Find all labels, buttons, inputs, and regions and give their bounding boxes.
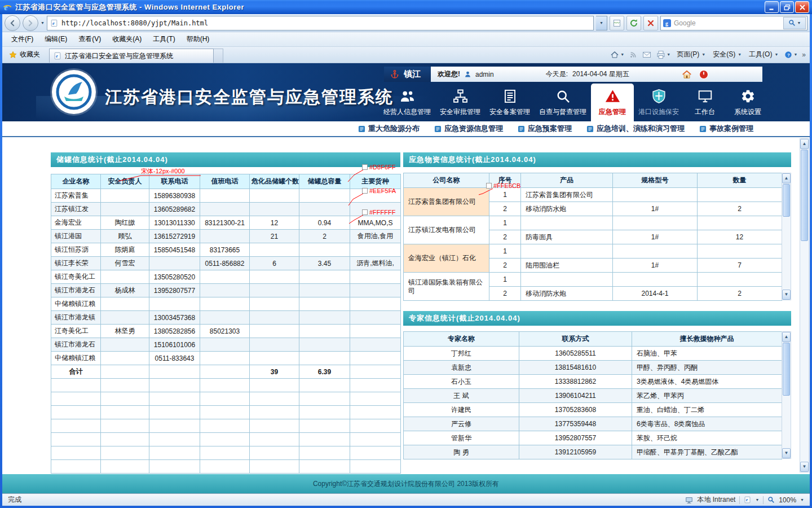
menu-item-2[interactable]: 编辑(E) [39,32,73,46]
command-bar: ▼ ▼ 页面(P)▼ 安全(S)▼ 工具(O)▼ ?▼ » [608,48,807,63]
address-dropdown-button[interactable]: ▼ [596,16,607,30]
nav-item-label: 经营人信息管理 [383,107,431,117]
anchor-icon [390,69,400,80]
nav-item-1[interactable]: 经营人信息管理 [379,84,435,121]
read-mail-button[interactable] [640,49,654,61]
scrollbar-thumb[interactable] [801,150,808,241]
system-title: 江苏省港口安全监管与应急管理系统 [105,86,394,109]
tank-panel: 储罐信息统计(截止2014.04.04) 企业名称安全负责人联系电话值班电话危化… [51,152,400,474]
home-button[interactable]: ▼ [608,49,626,61]
scroll-down-button[interactable]: ▼ [800,462,809,472]
tank-table-row: 镇江恒苏沥陈炳庭1585045154883173665 [51,243,401,257]
nav-item-4[interactable]: 自查与督查管理 [535,84,591,121]
address-field[interactable]: e http://localhost:8080/yjpt/Main.html [47,16,594,30]
subnav-item-1[interactable]: 重大危险源分布 [358,124,420,134]
nav-item-3[interactable]: 安全备案管理 [485,84,535,121]
printer-icon [656,50,665,59]
help-button[interactable]: ?▼ [782,49,800,60]
tank-table-row: 镇江市港龙镇13003457368 [51,311,401,325]
nav-item-2[interactable]: 安全审批管理 [435,84,485,121]
experts-scrollbar[interactable]: ▲ ▼ [782,331,791,459]
search-box[interactable]: g Google ▼ [660,16,807,30]
menu-item-3[interactable]: 查看(V) [73,32,107,46]
new-tab-stub[interactable] [214,49,223,63]
stop-button[interactable] [643,16,658,30]
materials-column-header: 公司名称 [404,173,489,188]
annotation-text: #EEF5FA [369,187,396,194]
compatibility-icon [612,19,621,28]
favorites-button[interactable]: 收藏夹 [5,47,45,63]
nav-item-8[interactable]: 系统设置 [726,84,769,121]
scroll-up-button[interactable]: ▲ [800,139,809,149]
subnav-item-5[interactable]: 事故案例管理 [699,124,753,134]
refresh-button[interactable] [626,16,641,30]
nav-item-7[interactable]: 工作台 [683,84,726,121]
safety-menu-button[interactable]: 安全(S)▼ [709,48,745,61]
minimize-button[interactable] [765,1,779,13]
form-icon [586,125,594,133]
nav-item-5[interactable]: 应急管理 [591,84,634,121]
shield-icon [651,89,667,104]
tools-menu-button[interactable]: 工具(O)▼ [745,48,782,61]
menu-item-5[interactable]: 工具(T) [147,32,180,46]
browser-tab[interactable]: e 江苏省港口安全监管与应急管理系统 [49,49,214,63]
subnav-item-2[interactable]: 应急资源信息管理 [434,124,503,134]
page-favicon-icon: e [50,19,58,27]
tank-empty-row [51,433,401,446]
scroll-up-button[interactable]: ▲ [782,332,791,342]
chevron-overflow-icon[interactable]: » [800,51,807,59]
annotation-row-color: #FFFFFF [362,209,395,216]
tank-table-row: 江苏镇江发13605289682 [51,203,401,216]
zoom-dropdown-icon[interactable]: ▼ [800,498,804,502]
scroll-up-button[interactable]: ▲ [782,173,791,183]
materials-scrollbar[interactable]: ▲ ▼ [782,173,791,300]
sub-nav: 重大危险源分布应急资源信息管理应急预案管理应急培训、演练和演习管理事故案例管理 [2,121,810,137]
scrollbar-thumb[interactable] [783,343,790,396]
tank-column-header: 值班电话 [200,174,250,189]
home-shortcut-icon[interactable] [682,69,692,80]
experts-table-body: 丁邦红13605285511石脑油、甲苯袁新忠13815481610甲醇、异丙醇… [404,347,782,459]
scrollbar-track[interactable] [800,149,809,462]
scrollbar-thumb[interactable] [783,184,790,217]
page-menu-label: 页面(P) [677,50,699,59]
scroll-down-button[interactable]: ▼ [782,290,791,300]
zoom-level[interactable]: 100% [779,496,796,504]
subnav-item-4[interactable]: 应急培训、演练和演习管理 [586,124,685,134]
experts-table-row: 石小玉133388128623类易燃液体、4类易燃固体 [404,375,782,389]
scrollbar-track[interactable] [782,183,791,290]
tank-panel-title: 储罐信息统计(截止2014.04.04) [51,152,400,167]
back-button[interactable] [5,15,20,31]
scroll-down-button[interactable]: ▼ [782,448,791,458]
subnav-item-3[interactable]: 应急预案管理 [518,124,572,134]
menu-item-6[interactable]: 帮助(H) [181,32,215,46]
tank-column-header: 企业名称 [51,174,101,189]
close-button[interactable] [795,1,809,13]
recent-pages-dropdown-icon[interactable]: ▼ [41,21,45,25]
search-button[interactable]: ▼ [783,17,806,29]
restore-button[interactable] [780,1,794,13]
experts-panel: 专家信息统计(截止2014.04.04) 专家名称联系方式擅长救援物种产品 丁邦… [403,311,791,459]
tank-empty-row [51,419,401,433]
forward-button[interactable] [23,15,38,31]
arrow-right-icon [27,19,34,27]
compatibility-view-button[interactable] [610,16,624,30]
annotation-text: #FFE6CB [493,182,520,189]
status-text: 完成 [8,495,21,505]
url-text: http://localhost:8080/yjpt/Main.html [61,19,208,27]
port-name: 镇江 [404,69,421,80]
menu-item-4[interactable]: 收藏夹(A) [107,32,147,46]
scrollbar-track[interactable] [782,342,791,448]
nav-item-6[interactable]: 港口设施保安 [634,84,683,121]
status-dropdown-icon[interactable]: ▼ [755,498,759,502]
page-scrollbar[interactable]: ▲ ▼ [800,138,809,472]
print-button[interactable]: ▼ [654,49,673,61]
window-border-bottom [0,506,812,508]
page-menu-button[interactable]: 页面(P)▼ [673,48,709,61]
menu-item-1[interactable]: 文件(F) [6,32,39,46]
tank-empty-row [51,392,401,406]
feeds-button[interactable] [627,49,639,60]
logout-icon[interactable] [699,69,709,80]
menu-bar: 文件(F)编辑(E)查看(V)收藏夹(A)工具(T)帮助(H) [2,32,810,47]
help-icon: ? [784,51,792,59]
subnav-item-label: 应急培训、演练和演习管理 [597,124,685,134]
